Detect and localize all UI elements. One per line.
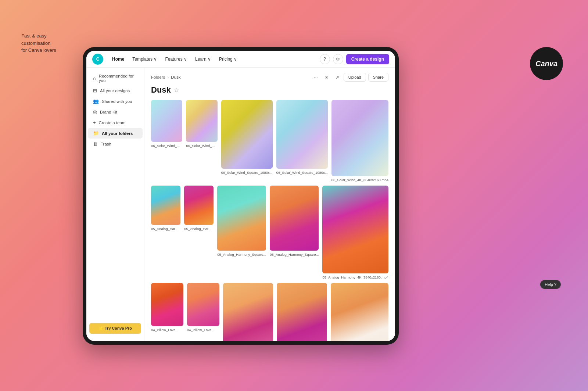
folder-icon: 📁 xyxy=(93,130,99,136)
canva-logo-text: Canva xyxy=(535,60,557,68)
content-area: Folders › Dusk ··· ⊡ ↗ Upload Share Dusk xyxy=(144,68,395,341)
media-item[interactable]: 05_Analog_Harmony_Square... xyxy=(270,186,319,279)
folder-title: Dusk xyxy=(151,85,171,95)
media-thumbnail xyxy=(151,100,182,142)
media-item[interactable]: 04_Pillow_Lava_4K_3840x2160.mp4 xyxy=(331,283,388,341)
media-thumbnail xyxy=(331,100,388,176)
media-item[interactable]: 05_Analog_Har... xyxy=(184,186,214,279)
people-icon: 👥 xyxy=(93,98,99,104)
help-button[interactable]: Help ? xyxy=(540,280,561,289)
upload-button[interactable]: Upload xyxy=(344,73,366,82)
media-thumbnail xyxy=(221,100,273,169)
media-label: 04_Pillow_Lava... xyxy=(187,328,219,332)
media-item[interactable]: 04_Pillow_Lava... xyxy=(187,283,219,341)
media-label: 05_Analog_Har... xyxy=(184,227,214,231)
media-label: 05_Analog_Harmony_Square... xyxy=(270,252,319,257)
nav-logo: C xyxy=(92,54,103,65)
media-grid-row-3: 04_Pillow_Lava... 04_Pillow_Lava... 04_P… xyxy=(151,283,388,341)
media-thumbnail xyxy=(223,283,273,341)
nav-learn[interactable]: Learn ∨ xyxy=(191,54,215,64)
tablet-frame: C Home Templates ∨ Features ∨ Learn ∨ Pr… xyxy=(83,47,399,345)
media-item[interactable]: 06_Solar_Wind_Square_1080x... xyxy=(221,100,273,182)
sidebar-item-create-team[interactable]: + Create a team xyxy=(88,117,143,128)
sidebar-item-all-designs[interactable]: ⊞ All your designs xyxy=(88,85,143,96)
grid-icon: ⊞ xyxy=(93,88,97,93)
media-item[interactable]: 05_Analog_Har... xyxy=(151,186,180,279)
media-label: 06_Solar_Wind_Square_1080x... xyxy=(221,171,273,175)
brand-icon: ◎ xyxy=(93,109,97,115)
sidebar-bottom: ⭐ Try Canva Pro xyxy=(86,319,144,337)
sidebar-item-shared[interactable]: 👥 Shared with you xyxy=(88,96,143,107)
canva-logo-badge: Canva xyxy=(530,47,563,80)
media-label: 06_Solar_Wind_4K_3840x2160.mp4 xyxy=(331,178,388,182)
create-design-button[interactable]: Create a design xyxy=(346,54,389,64)
media-label: 06_Solar_Wind_... xyxy=(151,144,182,148)
nav-features[interactable]: Features ∨ xyxy=(161,54,191,64)
sidebar-item-brand-kit[interactable]: ◎ Brand Kit xyxy=(88,107,143,117)
breadcrumb-separator: › xyxy=(167,75,169,79)
media-thumbnail xyxy=(151,283,183,326)
media-thumbnail xyxy=(187,283,219,326)
display-view-button[interactable]: ⊡ xyxy=(322,73,331,82)
media-thumbnail xyxy=(186,100,217,142)
media-item[interactable]: 06_Solar_Wind_... xyxy=(186,100,217,182)
media-thumbnail xyxy=(277,283,327,341)
media-grid-row-1: 06_Solar_Wind_... 06_Solar_Wind_... 06_S… xyxy=(151,100,388,182)
sidebar-item-recommended[interactable]: ⌂ Recommended for you xyxy=(88,71,143,85)
nav-pricing[interactable]: Pricing ∨ xyxy=(215,54,241,64)
sidebar-item-trash[interactable]: 🗑 Trash xyxy=(88,139,143,149)
favorite-star-icon[interactable]: ☆ xyxy=(174,87,179,94)
more-options-button[interactable]: ··· xyxy=(312,73,320,82)
nav-home[interactable]: Home xyxy=(108,54,128,64)
media-thumbnail xyxy=(151,186,180,225)
media-thumbnail xyxy=(270,186,319,251)
tablet-screen: C Home Templates ∨ Features ∨ Learn ∨ Pr… xyxy=(86,51,395,341)
media-item[interactable]: 06_Solar_Wind_4K_3840x2160.mp4 xyxy=(331,100,388,182)
folder-header: Folders › Dusk ··· ⊡ ↗ Upload Share xyxy=(151,73,388,82)
media-thumbnail xyxy=(331,283,388,341)
media-label: 05_Analog_Harmony_Square... xyxy=(217,252,266,257)
try-pro-button[interactable]: ⭐ Try Canva Pro xyxy=(89,323,141,334)
home-icon: ⌂ xyxy=(93,76,96,81)
sidebar: ⌂ Recommended for you ⊞ All your designs… xyxy=(86,68,144,341)
media-label: 06_Solar_Wind_... xyxy=(186,144,217,148)
media-item[interactable]: 06_Solar_Wind_... xyxy=(151,100,182,182)
add-team-icon: + xyxy=(93,120,96,125)
media-item[interactable]: 05_Analog_Harmony_4K_3840x2160.mp4 xyxy=(322,186,388,279)
breadcrumb: Folders › Dusk xyxy=(151,75,180,79)
trash-icon: 🗑 xyxy=(93,141,98,147)
media-thumbnail xyxy=(217,186,266,251)
nav-links: Home Templates ∨ Features ∨ Learn ∨ Pric… xyxy=(108,54,320,64)
main-area: ⌂ Recommended for you ⊞ All your designs… xyxy=(86,68,395,341)
help-icon-button[interactable]: ? xyxy=(320,54,330,64)
background-tagline: Fast & easy customisation for Canva love… xyxy=(21,32,56,54)
media-grid-row-2: 05_Analog_Har... 05_Analog_Har... 05_Ana… xyxy=(151,186,388,279)
media-label: 05_Analog_Harmony_4K_3840x2160.mp4 xyxy=(322,275,388,279)
media-label: 06_Solar_Wind_Square_1080x... xyxy=(276,171,328,175)
share-button[interactable]: Share xyxy=(368,73,388,82)
media-thumbnail xyxy=(322,186,388,273)
nav-right: ? ⚙ Create a design xyxy=(320,54,389,64)
media-item[interactable]: 04_Pillow_Lava... xyxy=(151,283,183,341)
breadcrumb-root[interactable]: Folders xyxy=(151,75,165,79)
breadcrumb-current: Dusk xyxy=(171,75,180,79)
media-thumbnail xyxy=(276,100,328,169)
sidebar-item-all-folders[interactable]: 📁 All your folders xyxy=(88,128,143,139)
media-item[interactable]: 05_Analog_Harmony_Square... xyxy=(217,186,266,279)
nav-bar: C Home Templates ∨ Features ∨ Learn ∨ Pr… xyxy=(86,51,395,68)
media-label: 04_Pillow_Lava... xyxy=(151,328,183,332)
media-item[interactable]: 04_Pillow_Lava_Square_1080... xyxy=(277,283,327,341)
media-item[interactable]: 04_Pillow_Lava_Square_1080... xyxy=(223,283,273,341)
folder-title-row: Dusk ☆ xyxy=(151,85,388,95)
settings-icon-button[interactable]: ⚙ xyxy=(333,54,343,64)
folder-actions: ··· ⊡ ↗ Upload Share xyxy=(312,73,388,82)
media-label: 05_Analog_Har... xyxy=(151,227,180,231)
media-item[interactable]: 06_Solar_Wind_Square_1080x... xyxy=(276,100,328,182)
media-thumbnail xyxy=(184,186,214,225)
move-folder-button[interactable]: ↗ xyxy=(333,73,341,82)
nav-templates[interactable]: Templates ∨ xyxy=(129,54,161,64)
